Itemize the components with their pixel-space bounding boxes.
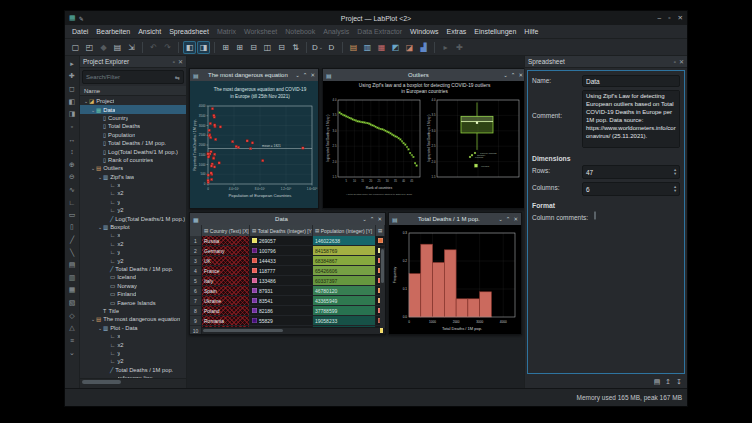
zoom-x-icon[interactable]: ◧ <box>67 96 78 108</box>
subwindow-titlebar[interactable]: ▤ Outliers ⌄ ⌃ ✕ <box>323 69 524 81</box>
close-icon[interactable]: ✕ <box>513 216 518 222</box>
tree-item-iceland[interactable]: ▭Iceland <box>80 273 186 281</box>
float-dock-icon[interactable]: ▫ <box>173 59 175 65</box>
tree-item-x2[interactable]: ∟x2 <box>80 340 186 348</box>
cell-total-deaths[interactable]: 118777 <box>250 266 313 276</box>
cell-population[interactable]: 68384867 <box>313 256 376 266</box>
duplicate-spreadsheet-button[interactable]: D⌄ <box>311 41 324 54</box>
tree-item-x[interactable]: ∟x <box>80 332 186 340</box>
sort-button[interactable]: ⇅ <box>289 41 302 54</box>
tree-item-title[interactable]: TTitle <box>80 307 186 315</box>
cell-total-deaths[interactable]: 133486 <box>250 276 313 286</box>
cell-total-deaths[interactable]: 55829 <box>250 316 313 326</box>
rows-spinner[interactable]: 47 ▲▼ <box>582 165 680 179</box>
tree-item-x2[interactable]: ∟x2 <box>80 189 186 197</box>
save-project-button[interactable]: ◆ <box>97 41 110 54</box>
redo-button[interactable]: ↷ <box>161 41 174 54</box>
maximize-icon[interactable]: ⌃ <box>370 216 375 222</box>
column-header-4[interactable]: ▤ <box>376 225 385 236</box>
grid-tool-icon[interactable]: ▦ <box>67 285 78 297</box>
spin-down-icon[interactable]: ▼ <box>673 189 677 193</box>
import-data-button[interactable]: ◪ <box>403 41 416 54</box>
cell-rate[interactable] <box>376 236 385 246</box>
data-spreadsheet[interactable]: ▤Country (Text) [X]▤Total Deaths (Intege… <box>190 225 385 334</box>
table-vertical-scrollbar[interactable] <box>380 248 385 328</box>
row-number[interactable]: 7 <box>190 296 202 306</box>
menu-matrix[interactable]: Matrix <box>213 28 240 35</box>
tree-item-norway[interactable]: ▭Norway <box>80 282 186 290</box>
minimize-icon[interactable]: ⌄ <box>295 72 300 78</box>
minimize-button[interactable]: – <box>658 14 662 22</box>
row-number[interactable]: 2 <box>190 246 202 256</box>
tree-item-finland[interactable]: ▭Finland <box>80 290 186 298</box>
filter-options-icon[interactable]: ⇆ <box>175 74 180 81</box>
tree-item-project[interactable]: ⌄◪Project <box>80 97 186 105</box>
insert-column-button[interactable]: ◫ <box>261 41 274 54</box>
cell-population[interactable]: 46780120 <box>313 286 376 296</box>
cell-population[interactable]: 146022638 <box>313 236 376 246</box>
pointer-tool-icon[interactable]: ▸ <box>67 58 78 70</box>
hatch-tool-icon[interactable]: ▧ <box>67 297 78 309</box>
layout-tool-icon[interactable]: ▥ <box>67 272 78 284</box>
menu-einstellungen[interactable]: Einstellungen <box>470 28 520 35</box>
corner-cell[interactable] <box>190 225 202 236</box>
axis-tool-icon[interactable]: ∟ <box>67 197 78 209</box>
close-dock-icon[interactable]: ✕ <box>178 58 183 65</box>
cell-population[interactable]: 19058233 <box>313 316 376 326</box>
select-region-icon[interactable]: ▫ <box>67 121 78 133</box>
cell-total-deaths[interactable]: 100796 <box>250 246 313 256</box>
toggle-project-explorer-button[interactable]: ◧ <box>183 41 196 54</box>
shape-tool-icon[interactable]: ◇ <box>67 310 78 322</box>
cell-population[interactable]: 65426606 <box>313 266 376 276</box>
name-field[interactable] <box>582 75 680 87</box>
menu-worksheet[interactable]: Worksheet <box>240 28 281 35</box>
menu-spreadsheet[interactable]: Spreadsheet <box>165 28 213 35</box>
tree-item-boxplot[interactable]: ⌄▥Boxplot <box>80 223 186 231</box>
spreadsheet-window-data[interactable]: ▦ Data ⌄ ⌃ ✕ ▤Country (Text) [X]▤Total D… <box>189 212 386 335</box>
zoom-select-icon[interactable]: ◻ <box>67 83 78 95</box>
worksheet-window-dangerous-equation[interactable]: ▤ The most dangerous equation ⌄ ⌃ ✕ The … <box>189 68 319 209</box>
scrollbar-thumb[interactable] <box>203 329 283 332</box>
explorer-horizontal-scrollbar[interactable] <box>80 378 186 388</box>
menu-notebook[interactable]: Notebook <box>281 28 319 35</box>
close-icon[interactable]: ✕ <box>377 216 382 222</box>
zipf-subplot[interactable]: 1.52.02.53.03.54.051015202530354045Rank … <box>324 97 424 208</box>
line-tool-icon[interactable]: ╱ <box>67 234 78 246</box>
tree-column-header[interactable]: Name <box>80 86 186 96</box>
cell-country[interactable]: Ukraine <box>202 296 250 306</box>
toggle-properties-button[interactable]: ◨ <box>197 41 210 54</box>
tree-item-x[interactable]: ∟x <box>80 231 186 239</box>
minimize-icon[interactable]: ⌄ <box>498 216 503 222</box>
subwindow-titlebar[interactable]: ▤ The most dangerous equation ⌄ ⌃ ✕ <box>190 69 318 81</box>
cell-total-deaths[interactable]: 82186 <box>250 306 313 316</box>
cell-country[interactable]: Poland <box>202 306 250 316</box>
tree-item-y[interactable]: ∟y <box>80 248 186 256</box>
menu-bearbeiten[interactable]: Bearbeiten <box>92 28 134 35</box>
properties-header[interactable]: Spreadsheet ▫ ✕ <box>525 56 687 68</box>
dangerous-equation-plot[interactable]: The most dangerous equation and COVID-19… <box>190 81 318 208</box>
print-button[interactable]: ▤ <box>111 41 124 54</box>
boxplot-subplot[interactable]: 1.52.02.53.03.54.0Faeroe IslandsNorwayFi… <box>425 97 524 208</box>
maximize-button[interactable]: ▫ <box>668 14 670 22</box>
dropdown-caret-icon[interactable]: ⌄ <box>319 44 323 50</box>
tree-item-total-deaths-1m-pop[interactable]: ╱Total Deaths / 1M pop. <box>80 265 186 273</box>
undo-button[interactable]: ↶ <box>147 41 160 54</box>
maximize-icon[interactable]: ⌃ <box>511 72 516 78</box>
tree-item-total-deaths-1m-pop[interactable]: ╱Total Deaths / 1M pop. <box>80 366 186 374</box>
cell-country[interactable]: Germany <box>202 246 250 256</box>
row-number[interactable]: 3 <box>190 256 202 266</box>
collapse-tool-icon[interactable]: ⌄ <box>67 348 78 360</box>
tree-item-rank-of-countries[interactable]: ▯Rank of countries <box>80 156 186 164</box>
new-matrix-button[interactable]: ▦ <box>375 41 388 54</box>
remove-rows-button[interactable]: ⊟ <box>247 41 260 54</box>
insert-row-below-button[interactable]: ⊞ <box>233 41 246 54</box>
spin-down-icon[interactable]: ▼ <box>673 172 677 176</box>
tree-item-plot-data[interactable]: ⌄▥Plot - Data <box>80 324 186 332</box>
export-button[interactable]: ⇲ <box>125 41 138 54</box>
save-template-button[interactable]: ↥ <box>665 378 671 386</box>
row-number[interactable]: 4 <box>190 266 202 276</box>
close-dock-icon[interactable]: ✕ <box>679 58 684 65</box>
load-template-button[interactable]: ↧ <box>676 378 682 386</box>
subwindow-titlebar[interactable]: ▦ Data ⌄ ⌃ ✕ <box>190 213 385 225</box>
zoom-y-icon[interactable]: ◨ <box>67 108 78 120</box>
